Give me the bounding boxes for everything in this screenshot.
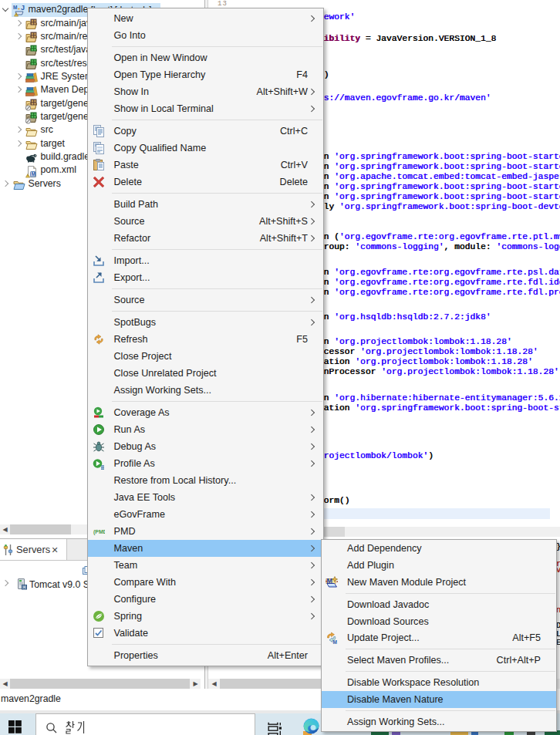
svg-text:M: M bbox=[333, 639, 337, 644]
svg-text:J: J bbox=[21, 5, 25, 12]
svg-text:M: M bbox=[31, 171, 35, 177]
svg-text:M: M bbox=[13, 5, 17, 10]
svg-text:(PMD): (PMD) bbox=[93, 529, 105, 535]
svg-text:M: M bbox=[327, 576, 333, 584]
